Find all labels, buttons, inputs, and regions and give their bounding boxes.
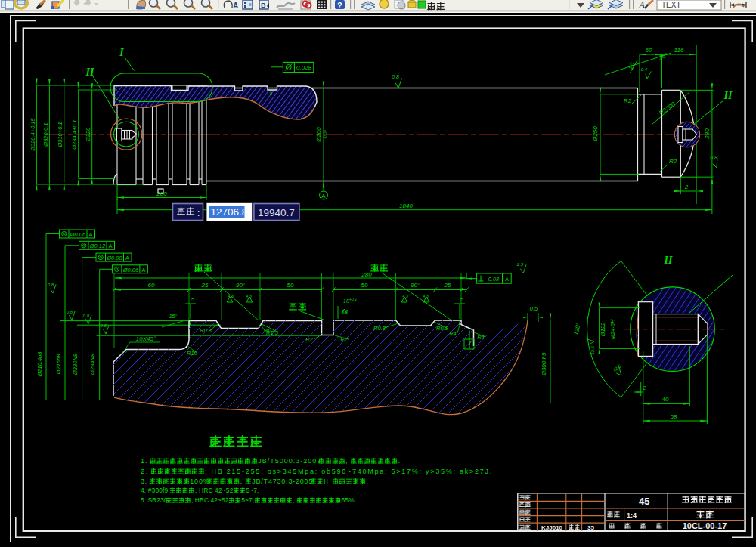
svg-text:3.: 3. bbox=[141, 477, 147, 485]
svg-text:Ø234.4+0.1: Ø234.4+0.1 bbox=[71, 119, 78, 150]
svg-text:65%.: 65%. bbox=[342, 496, 356, 504]
svg-text:1:4: 1:4 bbox=[627, 511, 637, 519]
svg-text:R2: R2 bbox=[624, 97, 632, 104]
svg-text:KJJ010: KJJ010 bbox=[541, 524, 563, 531]
svg-text:90°: 90° bbox=[411, 282, 420, 289]
svg-text:-0.04: -0.04 bbox=[323, 130, 327, 139]
svg-text:10: 10 bbox=[343, 298, 349, 304]
svg-text:116: 116 bbox=[674, 47, 684, 54]
svg-text:Ø294N8: Ø294N8 bbox=[89, 353, 96, 375]
svg-text:TEXT: TEXT bbox=[662, 1, 681, 9]
svg-text:,: , bbox=[345, 457, 349, 465]
svg-text:4.3: 4.3 bbox=[423, 294, 429, 298]
svg-text:,: , bbox=[240, 477, 243, 485]
svg-text:A: A bbox=[125, 255, 129, 261]
svg-text:2.5: 2.5 bbox=[516, 262, 524, 267]
svg-text:II: II bbox=[723, 90, 733, 101]
svg-text:0.8: 0.8 bbox=[67, 310, 73, 314]
svg-text:: HB 215-255; os>345Mpa; ob590: : HB 215-255; os>345Mpa; ob590~740Mpa; 6… bbox=[205, 468, 493, 475]
svg-text:B: B bbox=[261, 2, 266, 9]
svg-text:19940.7: 19940.7 bbox=[258, 207, 295, 218]
svg-text:0.5: 0.5 bbox=[530, 305, 538, 312]
svg-text:, HRC 42~52,: , HRC 42~52, bbox=[191, 496, 231, 504]
svg-text:10X45°: 10X45° bbox=[136, 335, 156, 342]
svg-text:2: 2 bbox=[684, 184, 689, 190]
svg-text:5: 5 bbox=[460, 296, 464, 303]
svg-text:Ø320-0.1: Ø320-0.1 bbox=[42, 122, 49, 147]
svg-text:Ø300 f 9: Ø300 f 9 bbox=[541, 352, 547, 376]
svg-text:A: A bbox=[108, 243, 112, 249]
svg-text:A: A bbox=[88, 231, 92, 238]
svg-text:0.8: 0.8 bbox=[710, 155, 717, 160]
svg-text:7: 7 bbox=[469, 339, 472, 346]
svg-text:Ø0.12: Ø0.12 bbox=[89, 243, 106, 249]
svg-text:60: 60 bbox=[646, 47, 652, 54]
svg-text:Ø250: Ø250 bbox=[592, 126, 599, 142]
svg-text:Ø210.4h8: Ø210.4h8 bbox=[36, 351, 43, 378]
svg-text:.: . bbox=[398, 457, 401, 465]
svg-text:15°: 15° bbox=[169, 314, 178, 319]
svg-text:R4: R4 bbox=[449, 330, 457, 337]
svg-text:5~7,: 5~7, bbox=[241, 496, 254, 504]
svg-text:II: II bbox=[85, 66, 94, 78]
svg-text:10CL-00-17: 10CL-00-17 bbox=[683, 521, 727, 530]
svg-text:280: 280 bbox=[704, 128, 711, 140]
svg-text:A: A bbox=[505, 276, 509, 283]
svg-text:?: ? bbox=[337, 1, 342, 10]
svg-text:Ø122: Ø122 bbox=[600, 322, 606, 337]
svg-text:0.08: 0.08 bbox=[488, 276, 500, 283]
svg-text:0.8: 0.8 bbox=[392, 74, 399, 79]
svg-text:R0.8: R0.8 bbox=[373, 325, 386, 332]
svg-text:, HRC 42~52,: , HRC 42~52, bbox=[195, 487, 235, 494]
svg-text:R10: R10 bbox=[187, 350, 198, 357]
svg-text:Ø0.08: Ø0.08 bbox=[106, 255, 122, 261]
svg-text:II: II bbox=[664, 255, 673, 266]
svg-text:45: 45 bbox=[639, 496, 649, 507]
svg-text:40: 40 bbox=[662, 396, 669, 403]
svg-text:4.3: 4.3 bbox=[228, 294, 234, 298]
svg-text:4.3: 4.3 bbox=[402, 294, 409, 298]
svg-text:R2: R2 bbox=[305, 336, 313, 343]
svg-text:,: , bbox=[293, 496, 294, 504]
svg-text:58: 58 bbox=[671, 413, 677, 420]
svg-text:M24-6H: M24-6H bbox=[609, 319, 616, 339]
svg-text:I: I bbox=[119, 47, 124, 58]
svg-text:12706.8: 12706.8 bbox=[211, 206, 248, 218]
svg-text:R2: R2 bbox=[669, 158, 677, 165]
svg-text:Ø0.06: Ø0.06 bbox=[70, 231, 86, 238]
svg-text:100%: 100% bbox=[190, 477, 209, 485]
svg-text:5. SR230: 5. SR230 bbox=[141, 496, 168, 504]
svg-text:Ø320.4+0.15: Ø320.4+0.15 bbox=[29, 117, 36, 151]
svg-text:A: A bbox=[141, 267, 145, 274]
svg-text:.: . bbox=[367, 477, 369, 485]
svg-text:A: A bbox=[321, 193, 326, 199]
svg-text:4.3: 4.3 bbox=[246, 294, 253, 298]
svg-text:2.5: 2.5 bbox=[100, 323, 107, 328]
svg-text:Ø216h8: Ø216h8 bbox=[55, 354, 62, 375]
svg-text:4. #300f9: 4. #300f9 bbox=[141, 487, 169, 494]
svg-text:25: 25 bbox=[201, 282, 209, 289]
svg-text:Ø0.06: Ø0.06 bbox=[122, 267, 139, 274]
svg-text:12.5: 12.5 bbox=[590, 346, 595, 355]
svg-text:0.4: 0.4 bbox=[641, 67, 648, 72]
svg-text:+0.2: +0.2 bbox=[349, 297, 357, 301]
svg-text:Ø220: Ø220 bbox=[85, 127, 91, 142]
svg-text::: : bbox=[197, 208, 200, 218]
svg-text:0.8: 0.8 bbox=[83, 314, 90, 318]
svg-text:A: A bbox=[638, 0, 645, 11]
svg-text:25: 25 bbox=[444, 282, 451, 289]
svg-text:A: A bbox=[233, 2, 238, 10]
svg-text:3.3: 3.3 bbox=[342, 309, 349, 314]
svg-text:5~7.: 5~7. bbox=[246, 487, 259, 494]
svg-text:II: II bbox=[324, 477, 329, 485]
svg-text:5: 5 bbox=[191, 296, 195, 303]
svg-text:0.028: 0.028 bbox=[296, 64, 312, 71]
svg-text:50: 50 bbox=[287, 282, 294, 289]
svg-text:2.: 2. bbox=[141, 468, 149, 475]
svg-text:JB/T4730.3-2005: JB/T4730.3-2005 bbox=[252, 477, 313, 485]
svg-text:Ø310+0.1: Ø310+0.1 bbox=[57, 122, 64, 147]
svg-text:Ø200: Ø200 bbox=[315, 127, 322, 143]
svg-text:280: 280 bbox=[361, 271, 372, 278]
svg-text:2: 2 bbox=[642, 385, 646, 391]
svg-text:0.8: 0.8 bbox=[48, 283, 54, 287]
